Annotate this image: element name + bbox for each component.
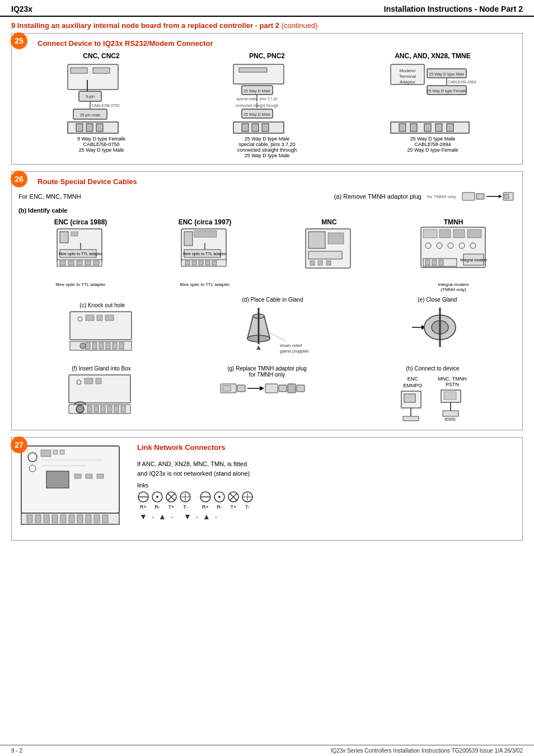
svg-rect-60 bbox=[77, 261, 82, 265]
svg-rect-158 bbox=[53, 450, 58, 454]
svg-rect-152 bbox=[443, 411, 458, 416]
section-title: 9 Installing an auxiliary internal node … bbox=[0, 17, 534, 33]
part-e-diagram bbox=[409, 305, 465, 361]
svg-rect-95 bbox=[425, 260, 430, 265]
svg-rect-25 bbox=[242, 124, 249, 132]
svg-line-114 bbox=[270, 333, 287, 341]
svg-rect-176 bbox=[102, 515, 108, 523]
mnc-connect: MNC, TMNH PSTN bbox=[438, 376, 466, 421]
svg-rect-164 bbox=[86, 474, 92, 478]
conn-sym-2 bbox=[151, 491, 163, 503]
svg-text:connected straight through: connected straight through bbox=[236, 104, 279, 108]
lbl-t-minus-1: T- bbox=[179, 504, 191, 510]
svg-text:25 Way D type Female: 25 Way D type Female bbox=[427, 89, 467, 93]
enc97-adaptor-label: fibre optic to TTL adaptor bbox=[180, 282, 230, 287]
svg-rect-61 bbox=[85, 261, 91, 265]
svg-text:25 Way D type Male: 25 Way D type Male bbox=[429, 72, 465, 77]
svg-rect-14 bbox=[233, 64, 284, 84]
svg-rect-27 bbox=[262, 124, 269, 132]
step25-columns: CNC, CNC2 9-pin CABLE/58-0750 bbox=[18, 52, 516, 158]
part-a-diagram: for TMNH only bbox=[426, 190, 516, 203]
conn-sym-1 bbox=[137, 491, 149, 503]
svg-rect-101 bbox=[97, 315, 102, 321]
footer-left: 9 - 2 bbox=[11, 748, 22, 754]
step26-box: 26 Route Special Device Cables For ENC, … bbox=[11, 171, 523, 430]
page-container: IQ23x Installation Instructions - Node P… bbox=[0, 0, 534, 756]
svg-rect-53 bbox=[71, 232, 78, 236]
lbl-t-plus-1: T+ bbox=[165, 504, 177, 510]
pnc-label-top: 25 Way D type Male bbox=[245, 136, 290, 142]
tmnh-diagram: Integral modem bbox=[420, 226, 487, 282]
dash-3: - bbox=[195, 514, 199, 520]
enc97-header: ENC (circa 1997) bbox=[179, 218, 232, 226]
tmnh-modem-label: Integral modem(TMNH only) bbox=[438, 282, 469, 292]
svg-rect-106 bbox=[92, 342, 97, 349]
svg-rect-109 bbox=[113, 342, 117, 349]
svg-rect-81 bbox=[326, 261, 331, 265]
step26-col-tmnh: TMNH bbox=[391, 218, 516, 292]
enc97-diagram: fibre optic to TTL adaptor bbox=[179, 226, 232, 282]
mnc-tmnh-label: MNC, TMNH bbox=[438, 376, 466, 382]
svg-rect-105 bbox=[86, 342, 90, 349]
anc-label-cable: CABLE/58-2894 bbox=[414, 142, 451, 147]
svg-rect-78 bbox=[308, 251, 342, 259]
svg-text:strain relief: strain relief bbox=[280, 343, 302, 348]
svg-rect-125 bbox=[85, 378, 93, 384]
svg-rect-100 bbox=[86, 315, 94, 321]
lbl-r-plus-1: R+ bbox=[137, 504, 149, 510]
svg-rect-131 bbox=[94, 406, 99, 412]
conn-sym-7 bbox=[227, 491, 240, 503]
step25-title: Connect Device to IQ23x RS232/Modem Conn… bbox=[38, 39, 516, 48]
lbl-r-plus-2: R+ bbox=[199, 504, 212, 510]
svg-text:Adaptor: Adaptor bbox=[400, 79, 415, 84]
svg-rect-110 bbox=[119, 342, 124, 349]
step26-part-a: (a) Remove TMNH adaptor plug for TMNH on… bbox=[334, 190, 516, 203]
step26-part-b-label: (b) Identify cable bbox=[18, 207, 516, 214]
emmpo-label: EMMPO bbox=[403, 383, 422, 388]
svg-rect-148 bbox=[403, 416, 419, 421]
arrow-down-1: ▼ bbox=[137, 512, 149, 521]
svg-rect-96 bbox=[432, 260, 437, 265]
svg-rect-12 bbox=[86, 124, 93, 132]
svg-rect-144 bbox=[297, 385, 305, 392]
svg-rect-73 bbox=[205, 261, 210, 265]
arrow-down-2: ▼ bbox=[181, 512, 194, 521]
step26-for-text: For ENC, MNC, TMNH bbox=[18, 193, 81, 200]
svg-rect-26 bbox=[252, 124, 259, 132]
svg-rect-107 bbox=[99, 342, 104, 349]
part-d-diagram: strain relief gland (supplied) bbox=[236, 305, 309, 361]
part-f-label: (f) Insert Gland into Box bbox=[72, 365, 131, 372]
pnc-label-straight: connected straight through bbox=[237, 147, 297, 153]
svg-rect-138 bbox=[237, 385, 245, 392]
footer-right: IQ23x Series Controllers Installation In… bbox=[331, 748, 523, 754]
svg-text:Terminal: Terminal bbox=[399, 74, 416, 79]
svg-rect-172 bbox=[69, 515, 74, 523]
svg-rect-163 bbox=[74, 474, 81, 478]
cnc-diagram-svg: 9-pin CABLE/58-0750 25-pin male bbox=[65, 63, 138, 136]
svg-rect-80 bbox=[318, 261, 322, 265]
enc-connect: ENC EMMPO bbox=[399, 376, 427, 422]
svg-marker-48 bbox=[499, 195, 502, 198]
step26-row-a: For ENC, MNC, TMNH (a) Remove TMNH adapt… bbox=[18, 190, 516, 203]
step27-box: 27 bbox=[11, 437, 523, 541]
connector-labels-row: R+ R- T+ T- R+ R- T+ T- bbox=[137, 504, 516, 510]
mnc-diagram bbox=[303, 226, 356, 282]
svg-rect-2 bbox=[93, 68, 110, 73]
step27-title-area: Link Network Connectors bbox=[137, 443, 516, 456]
conn-sym-6 bbox=[213, 491, 226, 503]
svg-rect-174 bbox=[86, 515, 91, 523]
svg-rect-135 bbox=[121, 406, 125, 412]
page-header: IQ23x Installation Instructions - Node P… bbox=[0, 0, 534, 17]
svg-rect-84 bbox=[439, 229, 451, 238]
lbl-r-minus-2: R- bbox=[213, 504, 226, 510]
step26-col-enc97: ENC (circa 1997) fibre optic to TTL adap… bbox=[143, 218, 267, 287]
step27-right: Link Network Connectors If ANC, AND, XN2… bbox=[137, 443, 516, 521]
svg-rect-76 bbox=[308, 232, 325, 248]
cnc-label-cable: CABLE/58-0750 bbox=[83, 142, 119, 147]
svg-rect-79 bbox=[310, 261, 315, 265]
svg-text:fibre optic to TTL adaptor: fibre optic to TTL adaptor bbox=[183, 252, 227, 256]
svg-rect-141 bbox=[265, 384, 278, 393]
svg-rect-40 bbox=[410, 124, 417, 132]
svg-rect-169 bbox=[44, 515, 49, 523]
col-header-anc: ANC, AND, XN28, TMNE bbox=[395, 52, 471, 60]
